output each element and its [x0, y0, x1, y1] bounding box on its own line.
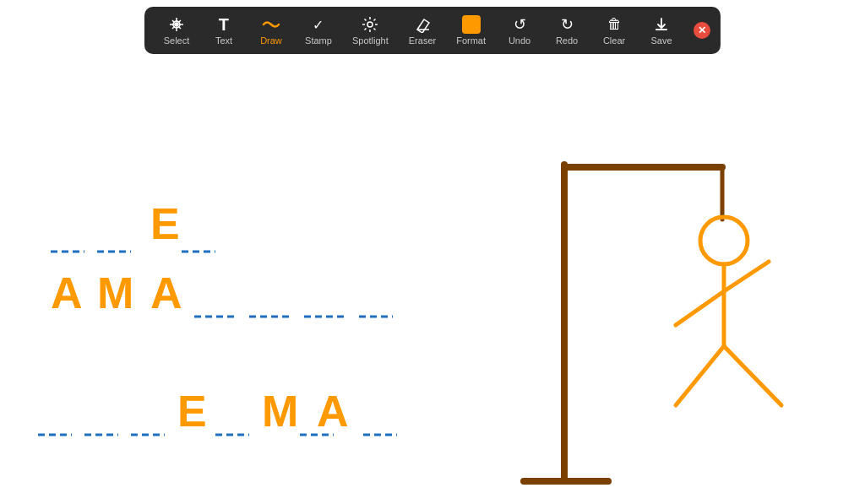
svg-line-5 [365, 19, 367, 21]
save-label: Save [650, 35, 672, 46]
redo-label: Redo [556, 35, 578, 46]
svg-point-35 [700, 217, 748, 264]
svg-line-39 [676, 346, 724, 405]
svg-line-40 [724, 346, 781, 405]
stamp-label: Stamp [305, 35, 332, 46]
svg-text:E: E [177, 387, 207, 436]
drawing-canvas: E A M A E M A [0, 0, 865, 504]
eraser-icon [414, 15, 431, 34]
svg-text:M: M [262, 387, 298, 436]
svg-line-7 [374, 19, 376, 21]
tool-eraser[interactable]: Eraser [400, 12, 444, 49]
tool-clear[interactable]: 🗑 Clear [592, 12, 636, 49]
close-button[interactable]: ✕ [694, 22, 710, 39]
draw-icon [262, 15, 280, 34]
tool-draw[interactable]: Draw [249, 12, 293, 49]
svg-text:A: A [317, 387, 349, 436]
clear-icon: 🗑 [607, 15, 622, 34]
tool-redo[interactable]: ↻ Redo [545, 12, 589, 49]
eraser-label: Eraser [409, 35, 436, 46]
select-label: Select [164, 35, 190, 46]
tool-spotlight[interactable]: Spotlight [344, 12, 397, 49]
spotlight-label: Spotlight [352, 35, 389, 46]
undo-icon: ↺ [514, 15, 526, 34]
tool-save[interactable]: Save [639, 12, 683, 49]
format-icon [462, 15, 481, 34]
svg-text:E: E [150, 199, 180, 248]
svg-line-37 [676, 291, 724, 325]
tool-format[interactable]: Format [448, 12, 494, 49]
text-label: Text [215, 35, 232, 46]
save-icon [653, 15, 670, 34]
toolbar: Select T Text Draw ✓ Stamp [144, 7, 721, 54]
undo-label: Undo [509, 35, 530, 46]
svg-line-38 [724, 262, 769, 291]
svg-text:A: A [150, 268, 182, 317]
svg-line-8 [365, 29, 367, 30]
svg-text:A: A [51, 268, 83, 317]
svg-text:M: M [97, 268, 133, 317]
redo-icon: ↻ [561, 15, 574, 34]
tool-select[interactable]: Select [155, 12, 199, 49]
format-label: Format [456, 35, 486, 46]
stamp-icon: ✓ [313, 15, 324, 34]
clear-label: Clear [603, 35, 625, 46]
svg-rect-10 [656, 29, 667, 30]
draw-label: Draw [260, 35, 282, 46]
tool-stamp[interactable]: ✓ Stamp [296, 12, 340, 49]
spotlight-icon [362, 15, 378, 34]
tool-text[interactable]: T Text [202, 12, 246, 49]
svg-point-0 [367, 22, 373, 27]
svg-line-6 [374, 29, 376, 30]
select-icon [168, 15, 185, 34]
tool-undo[interactable]: ↺ Undo [498, 12, 541, 49]
text-icon: T [219, 15, 229, 34]
canvas-area[interactable]: E A M A E M A [0, 0, 865, 504]
